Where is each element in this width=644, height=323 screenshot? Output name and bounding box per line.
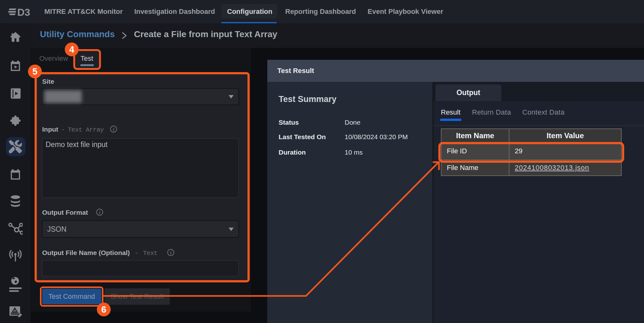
svg-text:i: i — [113, 127, 114, 132]
svg-text:i: i — [99, 210, 101, 215]
svg-text:i: i — [170, 250, 172, 255]
svg-text:D3: D3 — [17, 7, 30, 18]
